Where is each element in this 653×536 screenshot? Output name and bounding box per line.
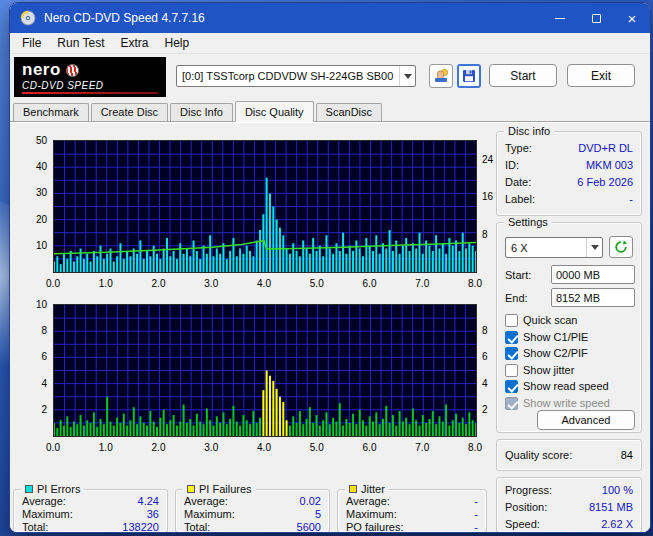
quality-score-label: Quality score: <box>505 449 572 461</box>
nero-ball-icon <box>66 64 79 77</box>
disc-info-title: Disc info <box>508 125 550 137</box>
disc-info-panel: Disc info Type:DVD+R DL ID:MKM 003 Date:… <box>496 131 642 216</box>
disc-id-value: MKM 003 <box>586 159 633 171</box>
pi-failures-swatch <box>187 485 195 493</box>
toolbar: nero CD-DVD SPEED [0:0] TSSTcorp CDDVDW … <box>10 54 650 100</box>
drive-select[interactable]: [0:0] TSSTcorp CDDVDW SH-224GB SB00 <box>176 65 416 87</box>
position-value: 8151 MB <box>589 501 633 513</box>
nero-logo-underline <box>22 92 158 94</box>
speed-value: 2.62 X <box>601 518 633 530</box>
quality-score-panel: Quality score: 84 <box>496 439 642 471</box>
pi-errors-chart: 5040302010 24168 0.01.02.03.04.05.06.07.… <box>10 140 502 292</box>
maximize-button[interactable] <box>578 3 614 33</box>
refresh-button[interactable] <box>609 236 633 258</box>
nero-logo-subtext: CD-DVD SPEED <box>22 80 158 91</box>
jitter-maximum-label: Maximum: <box>346 508 397 520</box>
scan-end-label: End: <box>505 292 528 304</box>
pie-maximum-label: Maximum: <box>22 508 73 520</box>
scan-start-input[interactable]: 0000 MB <box>551 265 635 284</box>
minimize-button[interactable] <box>542 3 578 33</box>
menu-run-test[interactable]: Run Test <box>49 34 112 52</box>
speed-select-value: 6 X <box>506 242 586 254</box>
tab-create-disc[interactable]: Create Disc <box>91 103 168 121</box>
pif-average-label: Average: <box>184 495 228 507</box>
progress-panel: Progress:100 % Position:8151 MB Speed:2.… <box>496 477 642 533</box>
eject-disc-button[interactable] <box>429 64 453 88</box>
progress-label: Progress: <box>505 484 552 496</box>
disc-type-value: DVD+R DL <box>578 142 633 154</box>
show-c1-pie-checkbox[interactable] <box>505 331 518 344</box>
checkbox-show-write-speed: Show write speed <box>505 396 610 410</box>
show-read-speed-checkbox[interactable] <box>505 380 518 393</box>
pi-failures-stats-title: PI Failures <box>199 483 252 495</box>
save-results-button[interactable] <box>457 64 481 88</box>
menu-help[interactable]: Help <box>157 34 198 52</box>
tab-disc-quality[interactable]: Disc Quality <box>235 101 314 122</box>
disc-id-label: ID: <box>505 159 519 171</box>
app-icon <box>20 10 36 26</box>
hand-disc-icon <box>433 68 449 84</box>
titlebar: Nero CD-DVD Speed 4.7.7.16 × <box>10 3 650 33</box>
pif-total-value: 5600 <box>297 521 321 533</box>
scan-end-input[interactable]: 8152 MB <box>551 288 635 307</box>
jitter-maximum-value: - <box>474 508 478 520</box>
disc-label-value: - <box>629 193 633 205</box>
menu-file[interactable]: File <box>14 34 49 52</box>
advanced-button[interactable]: Advanced <box>537 410 635 430</box>
floppy-save-icon <box>461 68 477 84</box>
show-jitter-checkbox[interactable] <box>505 364 518 377</box>
pi-failures-x-axis: 0.01.02.03.04.05.06.07.08.0 <box>53 442 479 454</box>
tab-disc-info[interactable]: Disc Info <box>170 103 233 121</box>
checkbox-quick-scan[interactable]: Quick scan <box>505 313 577 327</box>
disc-label-label: Label: <box>505 193 535 205</box>
settings-title: Settings <box>508 216 548 228</box>
exit-button[interactable]: Exit <box>567 64 635 87</box>
pi-errors-left-axis: 5040302010 <box>10 140 50 273</box>
pi-errors-swatch <box>25 485 33 493</box>
disc-date-value: 6 Feb 2026 <box>577 176 633 188</box>
jitter-swatch <box>349 485 357 493</box>
chevron-down-icon[interactable] <box>586 238 602 257</box>
quick-scan-checkbox[interactable] <box>505 314 518 327</box>
menu-extra[interactable]: Extra <box>112 34 156 52</box>
pie-total-label: Total: <box>22 521 48 533</box>
maximize-icon <box>592 14 601 23</box>
pif-total-label: Total: <box>184 521 210 533</box>
tab-scandisc[interactable]: ScanDisc <box>316 103 382 121</box>
pif-maximum-label: Maximum: <box>184 508 235 520</box>
tab-benchmark[interactable]: Benchmark <box>13 103 89 121</box>
scan-start-label: Start: <box>505 269 531 281</box>
pie-average-value: 4.24 <box>138 495 159 507</box>
pie-maximum-value: 36 <box>147 508 159 520</box>
pi-failures-stats-panel: PI Failures Average:0.02 Maximum:5 Total… <box>175 489 330 533</box>
jitter-average-label: Average: <box>346 495 390 507</box>
menubar: File Run Test Extra Help <box>10 33 650 54</box>
po-failures-value: - <box>474 521 478 533</box>
checkbox-show-c1-pie[interactable]: Show C1/PIE <box>505 330 588 344</box>
start-button[interactable]: Start <box>489 64 557 87</box>
refresh-icon <box>614 240 628 254</box>
jitter-stats-panel: Jitter Average:- Maximum:- PO failures:- <box>337 489 487 533</box>
pi-errors-x-axis: 0.01.02.03.04.05.06.07.08.0 <box>53 278 479 290</box>
disc-date-label: Date: <box>505 176 531 188</box>
disc-quality-page: 5040302010 24168 0.01.02.03.04.05.06.07.… <box>10 122 650 533</box>
tab-bar: Benchmark Create Disc Disc Info Disc Qua… <box>10 100 650 122</box>
checkbox-show-c2-pif[interactable]: Show C2/PIF <box>505 346 588 360</box>
checkbox-show-read-speed[interactable]: Show read speed <box>505 379 609 393</box>
speed-select[interactable]: 6 X <box>505 237 603 258</box>
pi-failures-chart: 108642 8642 0.01.02.03.04.05.06.07.08.0 <box>10 304 502 456</box>
close-icon: × <box>628 11 637 26</box>
jitter-stats-title: Jitter <box>361 483 385 495</box>
nero-logo: nero CD-DVD SPEED <box>14 57 166 97</box>
po-failures-label: PO failures: <box>346 521 403 533</box>
show-c2-pif-checkbox[interactable] <box>505 347 518 360</box>
close-button[interactable]: × <box>614 3 650 33</box>
checkbox-show-jitter[interactable]: Show jitter <box>505 363 574 377</box>
window-title: Nero CD-DVD Speed 4.7.7.16 <box>44 11 542 25</box>
disc-type-label: Type: <box>505 142 532 154</box>
pi-failures-plot <box>53 304 477 437</box>
chevron-down-icon[interactable] <box>399 66 415 86</box>
position-label: Position: <box>505 501 547 513</box>
speed-label: Speed: <box>505 518 540 530</box>
pif-average-value: 0.02 <box>300 495 321 507</box>
